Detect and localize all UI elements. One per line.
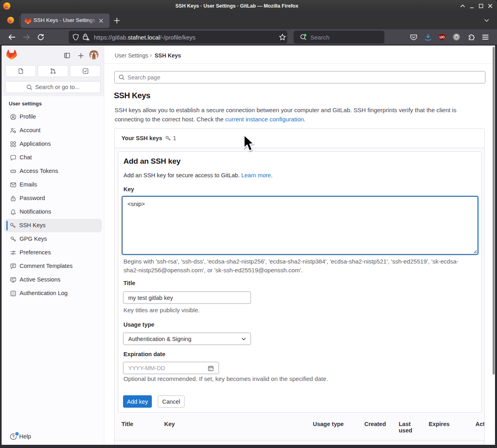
svg-text:UO: UO <box>439 35 445 39</box>
